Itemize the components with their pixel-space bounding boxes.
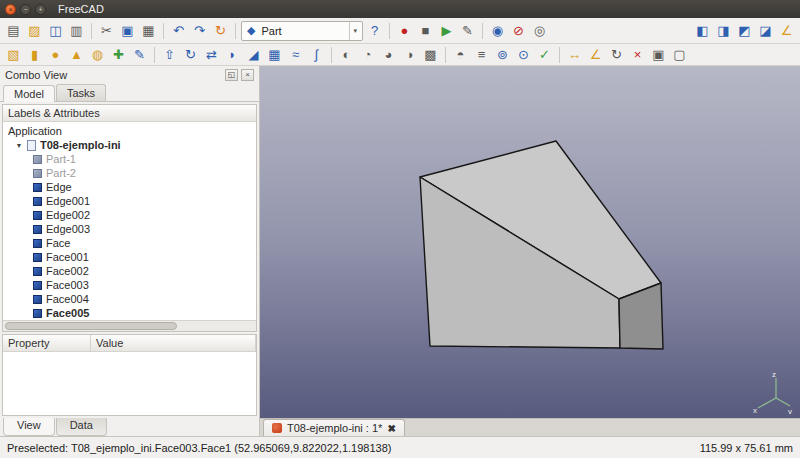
macro-edit-icon[interactable]: ✎ [458,22,477,40]
tree-item-face005[interactable]: Face005 [3,306,256,320]
freecad-window: × − + FreeCAD ▤ ▨ ◫ ▥ ✂ ▣ ▦ ↶ ↷ ↻ ◆ Part… [0,0,800,458]
save-icon[interactable]: ◫ [46,22,65,40]
tree-item-part-1[interactable]: Part-1 [3,152,256,166]
zoom-fit-icon[interactable]: ◉ [488,22,507,40]
measure-angular-icon[interactable]: ∠ [586,46,605,64]
toolbar-separator [235,23,236,39]
view-front-icon[interactable]: ◧ [693,22,712,40]
tree-root-application[interactable]: Application [3,124,256,138]
tree-item-face[interactable]: Face [3,236,256,250]
redo-icon[interactable]: ↷ [190,22,209,40]
shape-icon [33,183,42,192]
axis-z-label: z [772,370,776,379]
open-folder-icon[interactable]: ▨ [25,22,44,40]
tab-model[interactable]: Model [3,85,55,102]
print-icon[interactable]: ▥ [67,22,86,40]
tree-column-header[interactable]: Labels & Attributes [3,105,256,122]
part-fillet-icon[interactable]: ◗ [223,46,242,64]
part-mirror-icon[interactable]: ⇄ [202,46,221,64]
tree-item-edge002[interactable]: Edge002 [3,208,256,222]
part-loft-icon[interactable]: ≈ [286,46,305,64]
window-maximize-button[interactable]: + [35,4,46,15]
macro-record-icon[interactable]: ● [395,22,414,40]
measure-linear-icon[interactable]: ↔ [565,46,584,64]
part-primitives-icon[interactable]: ✚ [109,46,128,64]
part-shape-builder-icon[interactable]: ✎ [130,46,149,64]
part-cone-icon[interactable]: ▲ [67,46,86,64]
view-top-icon[interactable]: ◨ [714,22,733,40]
view-right-icon[interactable]: ◩ [735,22,754,40]
window-minimize-button[interactable]: − [20,4,31,15]
tab-data[interactable]: Data [56,418,107,436]
part-sphere-icon[interactable]: ● [46,46,65,64]
tree-item-face004[interactable]: Face004 [3,292,256,306]
view-axonometric-icon[interactable]: ◪ [756,22,775,40]
part-section-icon[interactable]: ◓ [451,46,470,64]
part-ruled-surface-icon[interactable]: ▦ [265,46,284,64]
combo-view-tabs: Model Tasks [0,83,259,102]
document-tab[interactable]: T08-ejemplo-ini : 1* ✖ [263,419,405,436]
chevron-expanded-icon[interactable]: ▼ [15,142,23,149]
new-file-icon[interactable]: ▤ [4,22,23,40]
tree-item-label: Part-1 [46,153,76,165]
part-compound-icon[interactable]: ▩ [421,46,440,64]
part-sweep-icon[interactable]: ∫ [307,46,326,64]
tree-item-face001[interactable]: Face001 [3,250,256,264]
part-offset-icon[interactable]: ⊚ [493,46,512,64]
whats-this-icon[interactable]: ? [365,22,384,40]
refresh-icon[interactable]: ↻ [211,22,230,40]
property-column-header[interactable]: Property [3,335,91,351]
part-box-icon[interactable]: ▧ [4,46,23,64]
panel-close-button[interactable]: × [241,69,254,81]
part-union-icon[interactable]: ◕ [379,46,398,64]
measure-toggle-3d-icon[interactable]: ▢ [670,46,689,64]
3d-viewport[interactable]: z x y [260,66,800,418]
tree-item-document[interactable]: ▼ T08-ejemplo-ini [3,138,256,152]
panel-float-button[interactable]: ◱ [225,69,238,81]
part-torus-icon[interactable]: ◍ [88,46,107,64]
undo-icon[interactable]: ↶ [169,22,188,40]
solid-model[interactable] [260,66,800,418]
tree-item-edge003[interactable]: Edge003 [3,222,256,236]
part-extrude-icon[interactable]: ⇧ [160,46,179,64]
part-common-icon[interactable]: ◑ [400,46,419,64]
part-cut-icon[interactable]: ◔ [358,46,377,64]
value-column-header[interactable]: Value [91,335,256,351]
scrollbar-thumb[interactable] [5,322,177,330]
shape-icon [33,197,42,206]
measure-toggle-all-icon[interactable]: ▣ [649,46,668,64]
part-boolean-icon[interactable]: ◐ [337,46,356,64]
tree-item-label: Edge [46,181,72,193]
copy-icon[interactable]: ▣ [118,22,137,40]
tree-item-face003[interactable]: Face003 [3,278,256,292]
macro-stop-icon[interactable]: ■ [416,22,435,40]
workbench-selector[interactable]: ◆ Part ▾ [241,21,363,41]
measure-refresh-icon[interactable]: ↻ [607,46,626,64]
tab-close-icon[interactable]: ✖ [387,423,395,434]
shape-icon [33,253,42,262]
measure-clear-icon[interactable]: × [628,46,647,64]
draw-style-icon[interactable]: ⊘ [509,22,528,40]
part-chamfer-icon[interactable]: ◢ [244,46,263,64]
tree-item-edge001[interactable]: Edge001 [3,194,256,208]
tab-tasks[interactable]: Tasks [56,84,106,101]
freecad-document-icon [272,423,282,433]
tab-view[interactable]: View [3,418,55,436]
part-cylinder-icon[interactable]: ▮ [25,46,44,64]
axis-x-label: x [753,406,757,414]
part-cross-sections-icon[interactable]: ≡ [472,46,491,64]
macro-play-icon[interactable]: ▶ [437,22,456,40]
part-revolve-icon[interactable]: ↻ [181,46,200,64]
cut-icon[interactable]: ✂ [97,22,116,40]
tree-item-edge[interactable]: Edge [3,180,256,194]
paste-icon[interactable]: ▦ [139,22,158,40]
window-close-button[interactable]: × [5,4,16,15]
model-tree: Labels & Attributes Application ▼ T08-ej… [2,104,257,332]
tree-item-part-2[interactable]: Part-2 [3,166,256,180]
measure-distance-icon[interactable]: ∠ [777,22,796,40]
tree-item-face002[interactable]: Face002 [3,264,256,278]
part-check-geometry-icon[interactable]: ✓ [535,46,554,64]
part-thickness-icon[interactable]: ⊙ [514,46,533,64]
selection-view-icon[interactable]: ◎ [530,22,549,40]
tree-horizontal-scrollbar[interactable] [3,320,256,331]
